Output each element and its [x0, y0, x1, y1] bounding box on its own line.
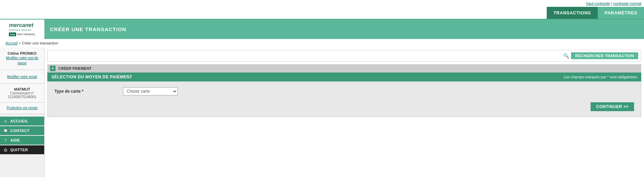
logo-header: mercanet paiement sécurisé bnp BNP PARIB… — [0, 19, 644, 39]
privacy-link[interactable]: Protection vie privée — [3, 105, 41, 111]
merchant-name: MATMUT — [3, 87, 41, 91]
form-area: Type de carte * Choisir carte Visa Maste… — [47, 81, 641, 117]
sidebar-item-quitter[interactable]: ⏻ QUITTER — [0, 145, 44, 154]
high-contrast-link[interactable]: haut contraste — [586, 1, 610, 5]
sidebar-links: Protection vie privée — [0, 103, 44, 114]
page-title: CRÉER UNE TRANSACTION — [50, 26, 126, 32]
sidebar-item-contact[interactable]: 💬 CONTACT — [0, 126, 44, 135]
bnp-label: BNP PARIBAS — [17, 33, 35, 36]
change-password-link[interactable]: Modifier votre mot de passe — [3, 55, 41, 66]
tab-transactions[interactable]: TRANSACTIONS — [547, 7, 598, 19]
aide-label: AIDE — [10, 138, 20, 142]
section-header: ▼ CRÉER PAIEMENT — [47, 64, 641, 73]
page-title-bar: CRÉER UNE TRANSACTION — [45, 19, 644, 39]
breadcrumb-separator: > Créer une transaction — [19, 41, 58, 45]
accueil-label: ACCUEIL — [10, 119, 28, 123]
quitter-label: QUITTER — [10, 148, 28, 152]
tagline: paiement sécurisé — [9, 28, 31, 31]
sidebar-nav: ⊙ ACCUEIL 💬 CONTACT ? AIDE ⏻ QUITTER — [0, 117, 44, 154]
contact-label: CONTACT — [10, 129, 29, 133]
merchant-label: Commerçant n° — [3, 91, 41, 95]
tab-parametres[interactable]: PARAMÈTRES — [598, 7, 644, 19]
brand-name: mercanet — [9, 22, 33, 28]
accueil-icon: ⊙ — [3, 118, 8, 124]
sidebar-item-aide[interactable]: ? AIDE — [0, 136, 44, 145]
normal-contrast-link[interactable]: contraste normal — [613, 1, 641, 5]
bnp-box: bnp — [9, 32, 16, 36]
selection-title: SÉLECTION DU MOYEN DE PAIEMENT — [51, 75, 132, 79]
card-type-select[interactable]: Choisir carte Visa Mastercard Amex — [123, 87, 178, 95]
main-layout: Céline PRONKO Modifier votre mot de pass… — [0, 47, 644, 177]
sidebar-user: Céline PRONKO Modifier votre mot de pass… — [0, 47, 44, 70]
breadcrumb: Accueil > Créer une transaction — [0, 39, 644, 47]
selection-header: SÉLECTION DU MOYEN DE PAIEMENT Les champ… — [47, 73, 641, 81]
required-note: Les champs marqués par * sont obligatoir… — [564, 75, 637, 79]
sidebar: Céline PRONKO Modifier votre mot de pass… — [0, 47, 45, 177]
form-row-card-type: Type de carte * Choisir carte Visa Maste… — [54, 87, 634, 95]
sidebar-item-accueil[interactable]: ⊙ ACCUEIL — [0, 117, 44, 126]
aide-icon: ? — [3, 137, 8, 143]
search-bar: 🔍 RECHERCHER TRANSACTION — [47, 50, 641, 62]
bnp-row: bnp BNP PARIBAS — [9, 32, 35, 36]
section-toggle[interactable]: ▼ — [50, 66, 55, 71]
search-transaction-button[interactable]: RECHERCHER TRANSACTION — [571, 52, 638, 59]
continue-button[interactable]: CONTINUER >> — [591, 102, 634, 111]
breadcrumb-home[interactable]: Accueil — [5, 41, 17, 45]
quitter-icon: ⏻ — [3, 147, 8, 153]
card-type-label: Type de carte * — [54, 89, 123, 94]
sidebar-change-email: Modifier votre email — [0, 70, 44, 84]
top-bar: haut contraste | contraste normal — [0, 0, 644, 7]
logo-section: mercanet paiement sécurisé bnp BNP PARIB… — [0, 19, 45, 39]
merchant-number: 211000075190001 — [3, 95, 41, 99]
content-area: 🔍 RECHERCHER TRANSACTION ▼ CRÉER PAIEMEN… — [45, 47, 644, 177]
logo: mercanet paiement sécurisé bnp BNP PARIB… — [9, 22, 35, 36]
search-icon: 🔍 — [563, 53, 569, 58]
header-nav: TRANSACTIONS PARAMÈTRES — [0, 7, 644, 19]
section-title: CRÉER PAIEMENT — [58, 66, 92, 70]
change-email-link[interactable]: Modifier votre email — [3, 74, 41, 79]
contact-icon: 💬 — [3, 128, 8, 133]
user-name: Céline PRONKO — [3, 51, 41, 55]
sidebar-merchant: MATMUT Commerçant n° 211000075190001 — [0, 84, 44, 103]
